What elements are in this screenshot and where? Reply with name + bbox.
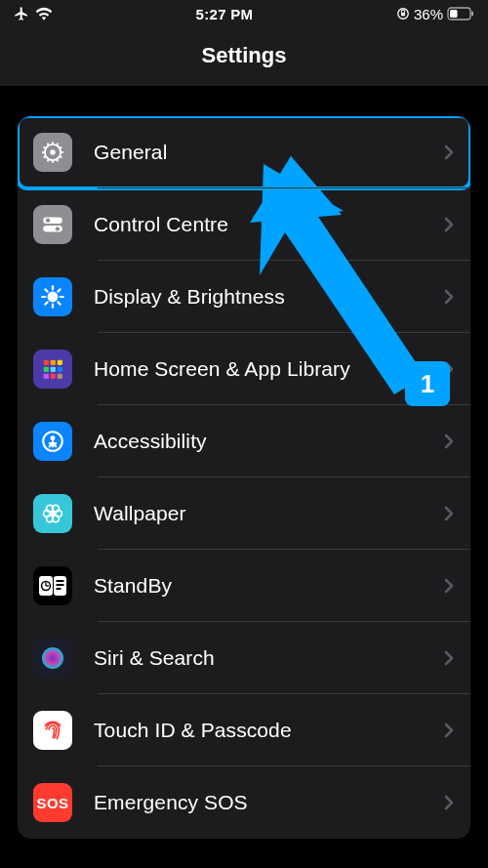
- svg-point-23: [48, 292, 59, 303]
- settings-row-control-centre[interactable]: Control Centre: [18, 188, 470, 261]
- settings-row-accessibility[interactable]: Accessibility: [18, 405, 470, 477]
- chevron-right-icon: [443, 360, 455, 378]
- svg-rect-36: [51, 367, 56, 372]
- svg-rect-3: [471, 12, 473, 17]
- svg-line-14: [44, 147, 46, 148]
- status-bar: 5:27 PM 36%: [0, 0, 488, 27]
- row-label: Home Screen & App Library: [94, 357, 443, 381]
- battery-percent: 36%: [414, 6, 443, 22]
- row-label: Emergency SOS: [94, 791, 443, 814]
- svg-point-42: [51, 435, 56, 440]
- chevron-right-icon: [443, 577, 455, 595]
- settings-row-display[interactable]: Display & Brightness: [18, 261, 470, 333]
- svg-rect-55: [57, 580, 64, 582]
- page-title: Settings: [0, 43, 488, 68]
- svg-line-8: [60, 156, 61, 157]
- svg-point-58: [42, 647, 63, 669]
- airplane-icon: [14, 6, 29, 21]
- chevron-right-icon: [443, 505, 455, 522]
- svg-line-31: [58, 289, 60, 291]
- svg-line-18: [60, 147, 61, 148]
- status-left: [14, 6, 53, 21]
- svg-point-6: [50, 149, 55, 154]
- battery-icon: [447, 7, 474, 21]
- row-label: Display & Brightness: [94, 285, 443, 309]
- svg-rect-35: [44, 367, 49, 372]
- svg-rect-32: [44, 360, 49, 365]
- svg-line-12: [44, 156, 46, 157]
- svg-rect-38: [44, 374, 49, 379]
- touchid-icon: [33, 711, 72, 750]
- standby-icon: [33, 566, 72, 605]
- svg-line-27: [45, 302, 47, 304]
- chevron-right-icon: [443, 433, 455, 450]
- settings-row-general[interactable]: General: [18, 116, 470, 188]
- svg-rect-56: [57, 584, 64, 586]
- wifi-icon: [35, 7, 53, 21]
- svg-line-11: [48, 159, 49, 161]
- settings-row-home-screen[interactable]: Home Screen & App Library: [18, 333, 470, 405]
- control-centre-icon: [33, 205, 72, 244]
- status-right: 36%: [396, 6, 474, 22]
- row-label: Touch ID & Passcode: [94, 719, 443, 742]
- svg-rect-33: [51, 360, 56, 365]
- display-icon: [33, 277, 72, 316]
- sos-icon: SOS: [33, 783, 72, 822]
- home-screen-icon: [33, 350, 72, 389]
- siri-icon: [33, 639, 72, 678]
- svg-rect-1: [401, 13, 405, 16]
- settings-row-wallpaper[interactable]: Wallpaper: [18, 477, 470, 550]
- settings-row-siri[interactable]: Siri & Search: [18, 622, 470, 694]
- svg-line-9: [57, 159, 58, 161]
- settings-row-touchid[interactable]: Touch ID & Passcode: [18, 694, 470, 766]
- status-time: 5:27 PM: [196, 6, 254, 22]
- svg-line-29: [45, 289, 47, 291]
- row-label: StandBy: [94, 574, 443, 598]
- chevron-right-icon: [443, 288, 455, 306]
- svg-line-17: [57, 144, 58, 145]
- row-label: Accessibility: [94, 430, 443, 453]
- settings-row-sos[interactable]: SOSEmergency SOS: [18, 766, 470, 839]
- svg-rect-4: [450, 10, 458, 18]
- svg-point-20: [46, 219, 50, 223]
- svg-rect-34: [58, 360, 62, 365]
- settings-header: Settings: [0, 27, 488, 87]
- svg-rect-57: [57, 588, 61, 590]
- svg-line-15: [48, 144, 49, 145]
- svg-rect-37: [58, 367, 62, 372]
- row-label: General: [94, 141, 443, 164]
- chevron-right-icon: [443, 144, 455, 161]
- chevron-right-icon: [443, 722, 455, 739]
- chevron-right-icon: [443, 794, 455, 811]
- accessibility-icon: [33, 422, 72, 461]
- chevron-right-icon: [443, 649, 455, 667]
- svg-rect-40: [58, 374, 62, 379]
- row-label: Control Centre: [94, 213, 443, 236]
- settings-row-standby[interactable]: StandBy: [18, 550, 470, 622]
- row-label: Siri & Search: [94, 646, 443, 670]
- chevron-right-icon: [443, 216, 455, 233]
- svg-point-22: [56, 227, 60, 230]
- orientation-lock-icon: [396, 7, 410, 21]
- svg-line-25: [58, 302, 60, 304]
- wallpaper-icon: [33, 494, 72, 533]
- svg-rect-39: [51, 374, 56, 379]
- general-icon: [33, 133, 72, 172]
- row-label: Wallpaper: [94, 502, 443, 525]
